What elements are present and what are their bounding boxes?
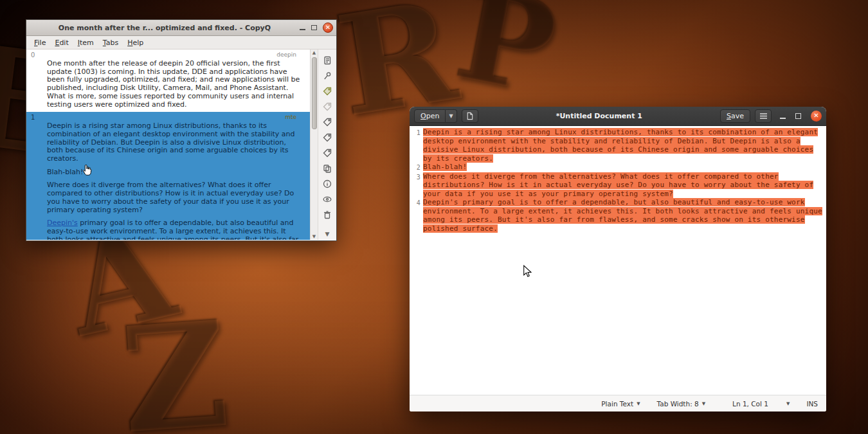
minimize-button[interactable] — [300, 29, 305, 30]
line-number: 2 — [411, 163, 420, 172]
close-button[interactable]: ✕ — [323, 23, 333, 33]
text-editor-area[interactable]: 1 Deepin is a rising star among Linux di… — [410, 126, 826, 395]
language-selector[interactable]: Plain Text ▼ — [601, 400, 640, 408]
text-line: Where does it diverge from the alternati… — [423, 172, 825, 199]
chevron-down-icon[interactable]: ▼ — [786, 401, 790, 406]
save-button[interactable]: Save — [720, 109, 750, 123]
item-index: 1 — [30, 114, 35, 121]
text-line: Deepin's primary goal is to offer a depe… — [423, 198, 825, 233]
tag-icon[interactable] — [323, 117, 332, 127]
tag-icon[interactable] — [323, 102, 332, 111]
scrollbar[interactable]: ▲ ▼ — [310, 50, 318, 240]
copy-icon[interactable] — [323, 163, 332, 173]
note-icon[interactable] — [323, 55, 332, 65]
item-paragraph: Where does it diverge from the alternati… — [47, 181, 303, 214]
scrollbar-thumb[interactable] — [312, 57, 317, 129]
background-letter: Z — [116, 289, 233, 434]
menu-button[interactable] — [755, 109, 772, 123]
clipboard-item-list: 0 deepin One month after the release of … — [26, 50, 310, 240]
save-button-label: Save — [727, 112, 744, 120]
gedit-headerbar[interactable]: Open ▼ *Untitled Document 1 Save ✕ — [410, 107, 826, 126]
copyq-window: One month after the r... optimized and f… — [26, 19, 337, 241]
deepin-link[interactable]: Deepin's — [47, 219, 78, 227]
background-letter: P — [446, 0, 567, 123]
menu-edit[interactable]: Edit — [50, 37, 73, 48]
new-document-button[interactable] — [462, 109, 478, 123]
menu-tabs[interactable]: Tabs — [98, 37, 123, 48]
menu-help[interactable]: Help — [123, 37, 148, 48]
clipboard-item-1[interactable]: 1 mte Deepin is a rising star among Linu… — [26, 112, 310, 240]
maximize-button[interactable] — [795, 113, 801, 119]
scroll-up-icon[interactable]: ▲ — [312, 50, 316, 56]
desktop: E R A Z P One month after the r... optim… — [0, 0, 868, 434]
scroll-down-icon[interactable]: ▼ — [312, 233, 316, 240]
copyq-window-title: One month after the r... optimized and f… — [30, 24, 300, 32]
item-paragraph-rest: primary goal is to offer a dependable, b… — [47, 219, 300, 240]
item-text: One month after the release of deepin 20… — [47, 60, 303, 109]
copyq-menubar: File Edit Item Tabs Help — [26, 36, 336, 50]
text-line: Deepin is a rising star among Linux dist… — [423, 128, 825, 163]
item-index: 0 — [30, 51, 35, 59]
open-button-label: Open — [420, 112, 439, 120]
new-document-icon — [466, 112, 474, 120]
tab-width-label: Tab Width: 8 — [657, 400, 699, 408]
cursor-position-button[interactable]: Ln 1, Col 1 — [732, 400, 768, 408]
pin-icon[interactable] — [323, 71, 332, 80]
info-icon[interactable] — [323, 179, 332, 188]
line-number: 3 — [411, 172, 420, 199]
clipboard-item-0[interactable]: 0 deepin One month after the release of … — [26, 50, 310, 112]
open-button[interactable]: Open — [414, 109, 446, 123]
insert-mode-indicator: INS — [806, 400, 818, 408]
eye-icon[interactable] — [323, 194, 332, 204]
gedit-window: Open ▼ *Untitled Document 1 Save ✕ 1 Dee… — [410, 107, 826, 411]
line-number: 4 — [411, 198, 420, 233]
item-paragraph: Blah-blah! — [47, 168, 303, 177]
tag-icon[interactable] — [323, 86, 332, 96]
chevron-down-icon: ▼ — [702, 401, 705, 406]
text-line: Blah-blah! — [423, 163, 825, 172]
tab-width-selector[interactable]: Tab Width: 8 ▼ — [657, 400, 706, 408]
item-paragraph: Deepin's primary goal is to offer a depe… — [47, 219, 303, 240]
item-tag: deepin — [276, 51, 307, 59]
chevron-down-icon: ▼ — [637, 401, 640, 406]
document-title: *Untitled Document 1 — [483, 112, 716, 120]
line-number: 1 — [411, 128, 420, 163]
close-button[interactable]: ✕ — [811, 111, 822, 122]
trash-icon[interactable] — [323, 210, 332, 219]
menu-item[interactable]: Item — [73, 37, 98, 48]
copyq-titlebar[interactable]: One month after the r... optimized and f… — [26, 20, 336, 36]
item-tag: mte — [285, 114, 307, 121]
minimize-button[interactable] — [780, 118, 786, 119]
item-paragraph: Deepin is a rising star among Linux dist… — [47, 122, 303, 163]
language-label: Plain Text — [601, 400, 633, 408]
open-dropdown-button[interactable]: ▼ — [446, 109, 457, 123]
hamburger-icon — [759, 113, 768, 120]
expand-down-icon[interactable]: ▼ — [325, 231, 330, 237]
cursor-position-label: Ln 1, Col 1 — [732, 400, 768, 408]
menu-file[interactable]: File — [30, 37, 50, 48]
chevron-down-icon: ▼ — [449, 113, 453, 119]
tag-icon[interactable] — [323, 148, 332, 158]
maximize-button[interactable] — [311, 25, 317, 30]
copyq-side-toolbar: ▼ — [318, 50, 336, 240]
gedit-statusbar: Plain Text ▼ Tab Width: 8 ▼ Ln 1, Col 1 … — [410, 395, 826, 411]
tag-icon[interactable] — [323, 132, 332, 142]
